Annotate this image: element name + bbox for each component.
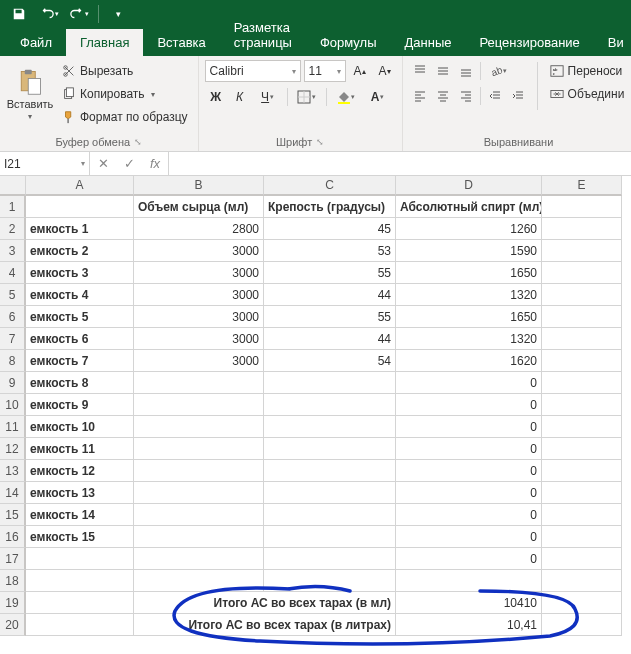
cell[interactable]: 44	[264, 284, 396, 306]
formula-input[interactable]	[169, 152, 631, 175]
cell[interactable]: 0	[396, 394, 542, 416]
cell[interactable]: 3000	[134, 350, 264, 372]
row-header-1[interactable]: 1	[0, 196, 26, 218]
row-header-2[interactable]: 2	[0, 218, 26, 240]
cell[interactable]: 1620	[396, 350, 542, 372]
cell[interactable]	[542, 262, 622, 284]
tab-pagelayout[interactable]: Разметка страницы	[220, 14, 306, 56]
cell[interactable]	[26, 548, 134, 570]
cell[interactable]	[134, 548, 264, 570]
cell[interactable]: 0	[396, 504, 542, 526]
cut-button[interactable]: Вырезать	[58, 60, 192, 82]
cell[interactable]	[134, 504, 264, 526]
cell[interactable]	[26, 614, 134, 636]
align-center-button[interactable]	[432, 85, 454, 107]
cell[interactable]	[542, 394, 622, 416]
cell[interactable]	[134, 372, 264, 394]
cell[interactable]	[134, 460, 264, 482]
col-header-E[interactable]: E	[542, 176, 622, 196]
row-header-14[interactable]: 14	[0, 482, 26, 504]
cell[interactable]: емкость 12	[26, 460, 134, 482]
format-painter-button[interactable]: Формат по образцу	[58, 106, 192, 128]
cell[interactable]	[264, 504, 396, 526]
cell[interactable]: емкость 10	[26, 416, 134, 438]
cell[interactable]: 55	[264, 306, 396, 328]
cell[interactable]: емкость 1	[26, 218, 134, 240]
cell[interactable]: емкость 11	[26, 438, 134, 460]
tab-review[interactable]: Рецензирование	[465, 29, 593, 56]
cell[interactable]: емкость 15	[26, 526, 134, 548]
cell[interactable]: 1650	[396, 306, 542, 328]
cell[interactable]: 1260	[396, 218, 542, 240]
cell[interactable]	[542, 482, 622, 504]
cell[interactable]	[134, 394, 264, 416]
cell[interactable]: Итого АС во всех тарах (в литрах)	[134, 614, 396, 636]
tab-view[interactable]: Ви	[594, 29, 631, 56]
cell[interactable]	[542, 570, 622, 592]
cell[interactable]: емкость 7	[26, 350, 134, 372]
italic-button[interactable]: К	[229, 86, 251, 108]
cell[interactable]	[134, 526, 264, 548]
cell[interactable]	[542, 614, 622, 636]
row-header-8[interactable]: 8	[0, 350, 26, 372]
row-header-17[interactable]: 17	[0, 548, 26, 570]
col-header-C[interactable]: C	[264, 176, 396, 196]
row-header-18[interactable]: 18	[0, 570, 26, 592]
row-header-11[interactable]: 11	[0, 416, 26, 438]
cell[interactable]: 0	[396, 460, 542, 482]
merge-button[interactable]: Объедини	[546, 83, 629, 105]
cell[interactable]	[134, 570, 264, 592]
cell[interactable]	[134, 438, 264, 460]
col-header-A[interactable]: A	[26, 176, 134, 196]
row-header-10[interactable]: 10	[0, 394, 26, 416]
row-header-6[interactable]: 6	[0, 306, 26, 328]
row-header-7[interactable]: 7	[0, 328, 26, 350]
cell[interactable]: емкость 2	[26, 240, 134, 262]
save-button[interactable]	[6, 2, 32, 26]
increase-font-button[interactable]: A▴	[349, 60, 371, 82]
cancel-formula-button[interactable]: ✕	[90, 152, 116, 175]
cell[interactable]: емкость 9	[26, 394, 134, 416]
align-right-button[interactable]	[455, 85, 477, 107]
paste-button[interactable]: Вставить ▾	[6, 60, 54, 128]
clipboard-expand-icon[interactable]: ⤡	[134, 137, 142, 147]
align-middle-button[interactable]	[432, 60, 454, 82]
cell[interactable]	[542, 218, 622, 240]
decrease-font-button[interactable]: A▾	[374, 60, 396, 82]
cell[interactable]	[542, 438, 622, 460]
accept-formula-button[interactable]: ✓	[116, 152, 142, 175]
row-header-20[interactable]: 20	[0, 614, 26, 636]
cell[interactable]: емкость 4	[26, 284, 134, 306]
cell[interactable]: емкость 14	[26, 504, 134, 526]
select-all-corner[interactable]	[0, 176, 26, 196]
cell[interactable]: 1320	[396, 284, 542, 306]
cell[interactable]: 10410	[396, 592, 542, 614]
cell[interactable]: 1320	[396, 328, 542, 350]
cell[interactable]: Итого АС во всех тарах (в мл)	[134, 592, 396, 614]
cell[interactable]: 3000	[134, 306, 264, 328]
cell[interactable]	[134, 482, 264, 504]
cell[interactable]	[542, 372, 622, 394]
cell[interactable]	[542, 526, 622, 548]
row-header-12[interactable]: 12	[0, 438, 26, 460]
align-top-button[interactable]	[409, 60, 431, 82]
cell[interactable]: 10,41	[396, 614, 542, 636]
row-header-15[interactable]: 15	[0, 504, 26, 526]
cell[interactable]: 0	[396, 438, 542, 460]
font-size-select[interactable]: 11▾	[304, 60, 346, 82]
tab-insert[interactable]: Вставка	[143, 29, 219, 56]
cell[interactable]: 0	[396, 482, 542, 504]
cell[interactable]: 1590	[396, 240, 542, 262]
col-header-B[interactable]: B	[134, 176, 264, 196]
orientation-button[interactable]: ab▾	[484, 60, 512, 82]
cell[interactable]	[542, 504, 622, 526]
copy-button[interactable]: Копировать▾	[58, 83, 192, 105]
fill-color-button[interactable]: ▾	[331, 86, 361, 108]
cell[interactable]: 2800	[134, 218, 264, 240]
row-header-19[interactable]: 19	[0, 592, 26, 614]
tab-formulas[interactable]: Формулы	[306, 29, 391, 56]
undo-button[interactable]: ▾	[36, 2, 62, 26]
cell[interactable]: Абсолютный спирт (мл)	[396, 196, 542, 218]
wrap-text-button[interactable]: abc Переноси	[546, 60, 629, 82]
cell[interactable]: 45	[264, 218, 396, 240]
